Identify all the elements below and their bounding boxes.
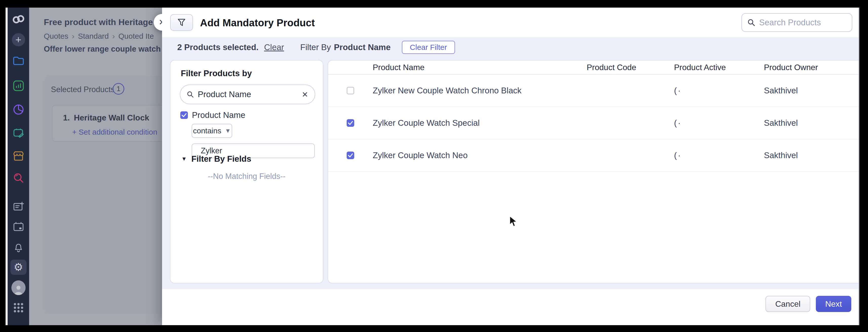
- cell-product-name: Zylker Couple Watch Special: [364, 118, 578, 128]
- product-active-indicator: (·: [665, 151, 755, 160]
- operator-dropdown[interactable]: contains ▼: [192, 124, 232, 138]
- row-checkbox[interactable]: [347, 119, 354, 127]
- row-checkbox[interactable]: [347, 87, 354, 94]
- column-product-name: Product Name: [364, 63, 578, 72]
- table-row[interactable]: Zylker New Couple Watch Chrono Black (· …: [328, 75, 859, 107]
- product-active-indicator: (·: [665, 86, 755, 95]
- sidebar-item-reports[interactable]: [11, 79, 26, 93]
- table-row[interactable]: Zylker Couple Watch Special (· Sakthivel: [328, 107, 859, 139]
- apps-launcher[interactable]: [11, 301, 26, 315]
- filter-panel-heading: Filter Products by: [181, 69, 252, 78]
- field-checkbox-row[interactable]: Product Name: [180, 110, 245, 120]
- clear-search-icon[interactable]: ✕: [302, 90, 308, 99]
- apps-grid-icon: [13, 302, 24, 313]
- sidebar-item-planner[interactable]: [11, 126, 26, 140]
- no-matching-fields-text: --No Matching Fields--: [170, 172, 323, 181]
- search-icon: [747, 18, 755, 27]
- filter-field-search-box[interactable]: ✕: [180, 85, 315, 104]
- modal-body: 2 Products selected. Clear Filter ByProd…: [162, 37, 859, 289]
- modal-footer: Cancel Next: [162, 289, 859, 325]
- sidebar-item-calendar[interactable]: [11, 220, 26, 234]
- modal-header: Add Mandatory Product: [162, 8, 859, 37]
- filter-field-search-input[interactable]: [198, 90, 300, 99]
- clear-selection-link[interactable]: Clear: [264, 42, 284, 52]
- cell-product-name: Zylker New Couple Watch Chrono Black: [364, 86, 578, 95]
- app-window: +: [6, 8, 859, 325]
- folder-icon: [13, 56, 24, 66]
- plus-button[interactable]: +: [11, 33, 26, 47]
- selection-summary-bar: 2 Products selected. Clear Filter ByProd…: [162, 37, 859, 58]
- calendar-icon: [13, 222, 24, 232]
- modal-title: Add Mandatory Product: [200, 17, 315, 29]
- mouse-cursor-icon: [508, 215, 519, 228]
- table-header-row: Product Name Product Code Product Active…: [328, 61, 859, 75]
- cell-product-owner: Sakthivel: [755, 151, 859, 160]
- sidebar-item-analytics[interactable]: [11, 102, 26, 117]
- filter-by-value: Product Name: [334, 42, 391, 52]
- column-product-owner: Product Owner: [755, 63, 859, 72]
- cell-product-owner: Sakthivel: [755, 86, 859, 95]
- sidebar-item-folder[interactable]: [11, 54, 26, 68]
- row-checkbox[interactable]: [347, 152, 354, 159]
- plus-icon: +: [12, 33, 25, 46]
- selected-count-text: 2 Products selected.: [177, 42, 258, 52]
- calendar-edit-icon: [13, 128, 24, 139]
- sidebar-item-settings[interactable]: ⚙: [10, 260, 27, 275]
- storefront-icon: [13, 151, 24, 161]
- left-sidebar: +: [8, 8, 29, 325]
- sidebar-item-marketplace[interactable]: [11, 149, 26, 163]
- next-button[interactable]: Next: [816, 296, 851, 312]
- note-add-icon: [13, 201, 24, 211]
- filter-by-text: Filter ByProduct Name: [300, 42, 391, 52]
- product-search-box[interactable]: [741, 13, 852, 32]
- clear-filter-button[interactable]: Clear Filter: [402, 41, 455, 54]
- product-name-checkbox[interactable]: [180, 111, 188, 119]
- cancel-button[interactable]: Cancel: [766, 296, 810, 312]
- chevron-down-icon: ▼: [225, 127, 231, 134]
- add-mandatory-product-modal: Add Mandatory Product 2 Products selecte…: [162, 8, 859, 325]
- sidebar-item-search[interactable]: [11, 171, 26, 185]
- bar-chart-icon: [13, 80, 24, 91]
- bell-icon: [13, 242, 24, 253]
- filter-panel-toggle-button[interactable]: [170, 14, 193, 31]
- check-icon: [348, 153, 353, 157]
- search-icon: [13, 172, 24, 184]
- column-product-active: Product Active: [665, 63, 755, 72]
- funnel-icon: [177, 18, 186, 27]
- sidebar-item-notifications[interactable]: [11, 240, 26, 254]
- cell-product-owner: Sakthivel: [755, 118, 859, 128]
- screenshot-canvas: +: [0, 0, 868, 332]
- filter-products-panel: Filter Products by ✕: [170, 60, 323, 284]
- field-checkbox-label: Product Name: [192, 110, 245, 120]
- chevron-down-icon: ▼: [181, 156, 187, 162]
- modal-backdrop: [29, 8, 162, 325]
- filter-by-fields-section[interactable]: ▼ Filter By Fields: [181, 154, 251, 164]
- product-search-input[interactable]: [759, 18, 846, 27]
- zoho-logo-icon[interactable]: [11, 12, 26, 26]
- table-row[interactable]: Zylker Couple Watch Neo (· Sakthivel: [328, 139, 859, 172]
- pie-chart-icon: [13, 104, 24, 115]
- cell-product-name: Zylker Couple Watch Neo: [364, 151, 578, 160]
- products-table-card: Product Name Product Code Product Active…: [328, 60, 859, 284]
- background-page: Free product with Heritage Wall Quotes›S…: [29, 8, 162, 325]
- check-icon: [182, 113, 187, 117]
- user-avatar[interactable]: [11, 280, 26, 295]
- column-product-code: Product Code: [578, 63, 665, 72]
- search-icon: [187, 90, 194, 98]
- product-active-indicator: (·: [665, 118, 755, 128]
- avatar: [11, 280, 26, 295]
- gear-icon: ⚙: [14, 262, 23, 272]
- close-icon: ✕: [159, 18, 162, 27]
- sidebar-item-create-note[interactable]: [11, 199, 26, 213]
- check-icon: [348, 121, 353, 125]
